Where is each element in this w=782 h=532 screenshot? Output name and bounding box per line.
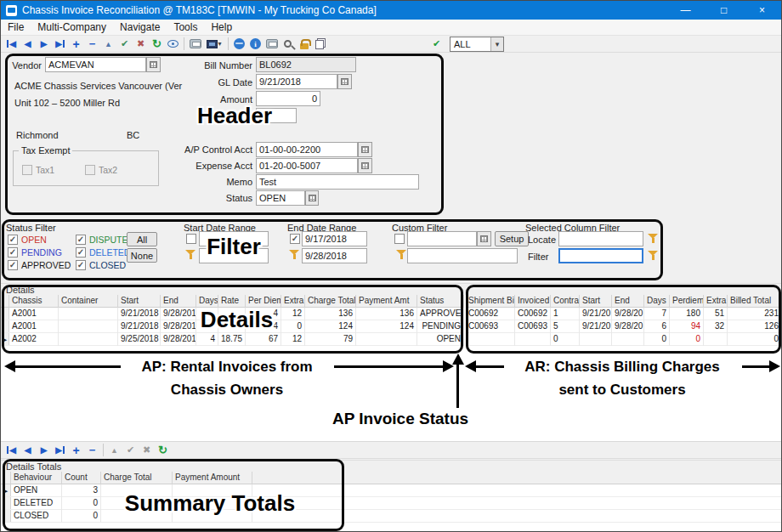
ap-control-acct-input[interactable]: 01-00-00-2200 bbox=[256, 142, 358, 157]
column-header[interactable]: Start bbox=[118, 295, 161, 308]
first-record-icon[interactable]: ◀ bbox=[3, 443, 20, 458]
setup-button[interactable]: Setup bbox=[495, 231, 529, 246]
table-row[interactable]: CLOSED0 bbox=[1, 510, 782, 523]
vendor-lookup-button[interactable] bbox=[146, 57, 161, 72]
post-icon[interactable]: ✔ bbox=[116, 37, 133, 52]
column-header[interactable]: Container bbox=[59, 295, 118, 308]
column-header[interactable]: End bbox=[612, 295, 644, 308]
maximize-button[interactable]: □ bbox=[705, 1, 743, 20]
previous-record-icon[interactable]: ◀ bbox=[20, 37, 36, 52]
first-record-icon[interactable]: ◀ bbox=[3, 37, 20, 52]
edit-record-icon[interactable]: ▲ bbox=[106, 443, 122, 458]
checkbox[interactable]: ✓ bbox=[8, 235, 18, 245]
copy-icon[interactable] bbox=[312, 37, 328, 52]
column-header[interactable]: Perdiem bbox=[670, 295, 704, 308]
table-row[interactable]: ▶A20029/25/20189/28/2018418.75671279OPEN bbox=[1, 333, 464, 346]
delete-record-icon[interactable]: − bbox=[84, 443, 100, 458]
column-header[interactable]: Status bbox=[417, 295, 464, 308]
checkbox[interactable]: ✓ bbox=[8, 247, 18, 258]
column-header[interactable]: Rate bbox=[218, 295, 246, 308]
amount-input[interactable]: 0 bbox=[256, 91, 320, 106]
view-icon[interactable] bbox=[165, 37, 181, 52]
table-row[interactable]: 0000 bbox=[466, 333, 782, 346]
add-record-icon[interactable]: + bbox=[68, 443, 84, 458]
start-date-from-input[interactable] bbox=[199, 231, 269, 246]
status-input[interactable]: OPEN bbox=[256, 190, 305, 206]
column-header[interactable]: Payment Amount bbox=[173, 472, 252, 484]
table-row[interactable]: DELETED0 bbox=[1, 497, 782, 510]
cancel-icon[interactable]: ✖ bbox=[139, 443, 155, 458]
add-record-icon[interactable]: + bbox=[68, 37, 84, 52]
last-record-icon[interactable]: ▶ bbox=[52, 443, 68, 458]
unlabeled-field[interactable] bbox=[256, 108, 297, 123]
table-row[interactable]: ▶OPEN3 bbox=[1, 484, 782, 497]
refresh-icon[interactable]: ↻ bbox=[149, 37, 165, 52]
close-button[interactable]: × bbox=[743, 1, 781, 20]
print-settings-icon[interactable] bbox=[264, 37, 280, 52]
column-header[interactable]: End bbox=[161, 295, 196, 308]
column-header[interactable]: Billed Total bbox=[728, 295, 782, 308]
column-header[interactable]: Shipment Bi bbox=[466, 295, 515, 308]
refresh-icon[interactable]: ↻ bbox=[155, 443, 171, 458]
menu-navigate[interactable]: Navigate bbox=[113, 20, 167, 35]
status-filter-approved[interactable]: ✓APPROVED bbox=[8, 258, 76, 271]
gl-date-input[interactable]: 9/21/2018 bbox=[256, 74, 337, 89]
next-record-icon[interactable]: ▶ bbox=[36, 37, 52, 52]
checkbox[interactable] bbox=[22, 165, 32, 175]
column-header[interactable]: Behaviour bbox=[11, 472, 62, 484]
menu-help[interactable]: Help bbox=[204, 20, 239, 35]
minimize-button[interactable]: — bbox=[666, 1, 705, 20]
vendor-input[interactable]: ACMEVAN bbox=[45, 57, 146, 72]
start-date-checkbox[interactable] bbox=[186, 234, 196, 244]
filter-funnel-icon[interactable] bbox=[647, 250, 659, 261]
column-header[interactable]: Invoiced Bi bbox=[515, 295, 551, 308]
info-icon[interactable]: i bbox=[247, 37, 264, 52]
column-header[interactable]: Contract bbox=[551, 295, 580, 308]
column-header[interactable]: Days bbox=[644, 295, 670, 308]
status-filter-open[interactable]: ✓OPEN bbox=[8, 233, 76, 246]
checkbox[interactable]: ✓ bbox=[76, 260, 86, 270]
filter-funnel-icon[interactable] bbox=[647, 233, 659, 244]
table-row[interactable]: C00693C0069359/21/209/28/2069432126 bbox=[466, 320, 782, 333]
column-header[interactable]: Start bbox=[580, 295, 612, 308]
column-header[interactable]: Count bbox=[62, 472, 101, 484]
memo-input[interactable]: Test bbox=[256, 174, 419, 190]
bill-number-input[interactable]: BL0692 bbox=[256, 57, 356, 72]
tax1-checkbox[interactable]: Tax1 bbox=[22, 165, 54, 175]
range-filter-dropdown[interactable]: ALL ▾ bbox=[450, 37, 504, 52]
web-link-icon[interactable] bbox=[231, 37, 247, 52]
print-icon[interactable] bbox=[187, 37, 203, 52]
status-filter-pending[interactable]: ✓PENDING bbox=[8, 246, 76, 258]
menu-multi-company[interactable]: Multi-Company bbox=[31, 20, 113, 35]
expense-lookup-button[interactable] bbox=[358, 158, 372, 173]
lock-icon[interactable] bbox=[296, 37, 312, 52]
cancel-icon[interactable]: ✖ bbox=[133, 37, 149, 52]
table-row[interactable]: C00692C0069219/21/209/28/20718051231 bbox=[466, 308, 782, 320]
last-record-icon[interactable]: ▶ bbox=[52, 37, 68, 52]
custom-filter-expression-input[interactable] bbox=[407, 248, 518, 263]
start-date-to-input[interactable] bbox=[199, 248, 269, 263]
delete-record-icon[interactable]: − bbox=[84, 37, 100, 52]
next-record-icon[interactable]: ▶ bbox=[36, 443, 52, 458]
tax2-checkbox[interactable]: Tax2 bbox=[85, 165, 117, 175]
menu-tools[interactable]: Tools bbox=[167, 20, 204, 35]
column-header[interactable]: Days bbox=[196, 295, 218, 308]
menu-file[interactable]: File bbox=[1, 20, 31, 35]
edit-record-icon[interactable]: ▲ bbox=[100, 37, 116, 52]
print-preview-icon[interactable]: ▾ bbox=[203, 37, 225, 52]
expense-acct-input[interactable]: 01-20-00-5007 bbox=[256, 158, 358, 173]
column-filter-input[interactable] bbox=[558, 248, 643, 263]
table-row[interactable]: A20019/21/20189/28/201840124124PENDING bbox=[1, 320, 464, 333]
end-date-checkbox[interactable]: ✓ bbox=[290, 234, 300, 244]
table-row[interactable]: A20019/21/20189/28/2018412136136APPROVED bbox=[1, 308, 464, 320]
end-date-to-input[interactable]: 9/28/2018 bbox=[302, 248, 367, 263]
post-icon[interactable]: ✔ bbox=[122, 443, 139, 458]
column-header[interactable]: Payment Amt bbox=[356, 295, 417, 308]
none-button[interactable]: None bbox=[127, 248, 157, 263]
previous-record-icon[interactable]: ◀ bbox=[20, 443, 36, 458]
custom-filter-checkb0x[interactable] bbox=[394, 234, 405, 244]
checkbox[interactable]: ✓ bbox=[76, 235, 86, 245]
status-lookup-button[interactable] bbox=[305, 190, 319, 206]
filter-funnel-icon[interactable] bbox=[288, 249, 300, 260]
checkbox[interactable]: ✓ bbox=[76, 247, 86, 258]
